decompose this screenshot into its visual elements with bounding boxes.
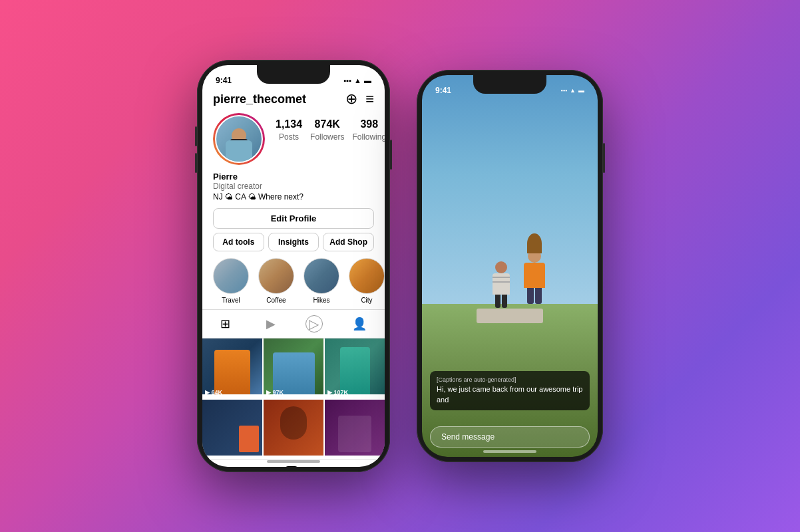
view-count-3: ▶ 107K [327, 389, 348, 396]
highlights-section: Travel Coffee Hikes City Pla... [202, 258, 385, 304]
left-phone: 9:41 ▪▪▪ ▲ ▬ pierre_thecomet ⊕ ≡ [197, 60, 390, 472]
content-tab-bar: ⊞ ▶ ▷ 👤 [202, 309, 385, 338]
platform [477, 309, 543, 323]
grid-item-6[interactable] [325, 400, 385, 460]
tab-tagged-icon[interactable]: 👤 [345, 314, 373, 334]
tab-play-icon[interactable]: ▷ [305, 315, 323, 332]
signal-icon: ▪▪▪ [343, 76, 351, 84]
posts-label: Posts [279, 132, 299, 142]
right-phone: 9:41 ▪▪▪ ▲ ▬ [417, 70, 603, 462]
bio-category: Digital creator [213, 182, 374, 191]
insights-button[interactable]: Insights [268, 233, 319, 251]
bio-name: Pierre [213, 172, 374, 182]
highlight-travel[interactable]: Travel [213, 258, 249, 304]
highlight-city-circle [349, 258, 385, 294]
reel-status-time: 9:41 [435, 86, 451, 95]
reel-battery-icon: ▬ [578, 87, 584, 94]
right-notch [473, 75, 546, 94]
search-nav-icon[interactable]: 🔍 [246, 467, 262, 467]
tab-grid-icon[interactable]: ⊞ [214, 314, 237, 334]
tab-reels-icon[interactable]: ▶ [260, 314, 282, 334]
avatar-ring [213, 113, 265, 165]
grid-item-3[interactable]: ▶ 107K [325, 338, 385, 398]
reel-sky [422, 75, 598, 323]
menu-icon[interactable]: ≡ [365, 90, 374, 108]
posts-stat[interactable]: 1,134 Posts [276, 118, 302, 142]
edit-profile-button[interactable]: Edit Profile [213, 208, 374, 229]
profile-bio: Pierre Digital creator NJ 🌤 CA 🌤 Where n… [202, 172, 385, 208]
status-icons: ▪▪▪ ▲ ▬ [343, 76, 371, 84]
home-indicator [267, 460, 320, 463]
home-nav-icon[interactable]: ⌂ [214, 466, 222, 467]
ad-tools-button[interactable]: Ad tools [213, 233, 264, 251]
power-button[interactable] [390, 140, 392, 170]
add-post-icon[interactable]: ⊕ [345, 90, 357, 108]
person-orange-hoodie [524, 229, 545, 304]
right-phone-screen: 9:41 ▪▪▪ ▲ ▬ [422, 75, 598, 457]
highlight-hikes-circle [303, 258, 339, 294]
reel-wifi-icon: ▲ [570, 87, 576, 94]
person-grey-shirt [493, 261, 510, 308]
add-shop-button[interactable]: Add Shop [323, 233, 374, 251]
stats-section: 1,134 Posts 874K Followers 398 Following [276, 113, 385, 142]
followers-count: 874K [310, 118, 344, 130]
username-label: pierre_thecomet [213, 92, 306, 106]
bio-text: NJ 🌤 CA 🌤 Where next? [213, 192, 374, 201]
avatar [215, 115, 263, 163]
header-icons: ⊕ ≡ [345, 90, 374, 108]
grid-item-5[interactable] [264, 400, 323, 460]
send-message-bar[interactable]: Send message [430, 426, 590, 448]
highlight-hikes[interactable]: Hikes [303, 258, 339, 304]
highlight-travel-label: Travel [222, 297, 240, 304]
reel-signal-icon: ▪▪▪ [561, 87, 568, 94]
profile-buttons: Edit Profile Ad tools Insights Add Shop [202, 208, 385, 251]
send-message-label: Send message [441, 432, 495, 442]
posts-count: 1,134 [276, 118, 302, 130]
highlight-hikes-label: Hikes [313, 297, 329, 304]
followers-stat[interactable]: 874K Followers [310, 118, 344, 142]
right-home-indicator [483, 450, 536, 453]
notch [257, 65, 330, 84]
caption-box: [Captions are auto-generated] Hi, we jus… [430, 371, 590, 410]
grid-item-1[interactable]: ▶ 64K [202, 338, 262, 398]
ig-header: pierre_thecomet ⊕ ≡ [202, 90, 385, 113]
highlight-city[interactable]: City [349, 258, 385, 304]
reels-nav-icon[interactable]: ▶ [284, 466, 299, 467]
followers-label: Followers [310, 132, 344, 142]
action-buttons-row: Ad tools Insights Add Shop [213, 233, 374, 251]
following-label: Following [352, 132, 385, 142]
volume-up-button[interactable] [195, 126, 197, 146]
highlight-city-label: City [361, 297, 372, 304]
following-stat[interactable]: 398 Following [352, 118, 385, 142]
profile-section: 1,134 Posts 874K Followers 398 Following [202, 113, 385, 165]
caption-auto-label: [Captions are auto-generated] [437, 376, 583, 383]
avatar-wrapper[interactable] [213, 113, 265, 165]
highlight-coffee[interactable]: Coffee [258, 258, 294, 304]
left-phone-screen: 9:41 ▪▪▪ ▲ ▬ pierre_thecomet ⊕ ≡ [202, 65, 385, 467]
grid-item-2[interactable]: ▶ 97K [264, 338, 323, 398]
right-phone-power-button[interactable] [603, 143, 605, 173]
following-count: 398 [352, 118, 385, 130]
highlight-coffee-circle [258, 258, 294, 294]
highlight-coffee-label: Coffee [266, 297, 286, 304]
posts-grid: ▶ 64K ▶ 97K ▶ 107K [202, 338, 385, 460]
battery-icon: ▬ [364, 76, 371, 84]
status-time: 9:41 [216, 76, 232, 85]
view-count-1: ▶ 64K [205, 389, 222, 396]
caption-text: Hi, we just came back from our awesome t… [437, 384, 583, 405]
reel-status-icons: ▪▪▪ ▲ ▬ [561, 87, 585, 94]
volume-down-button[interactable] [195, 153, 197, 173]
view-count-2: ▶ 97K [266, 389, 284, 396]
grid-item-4[interactable] [202, 400, 262, 460]
reel-container: 9:41 ▪▪▪ ▲ ▬ [422, 75, 598, 457]
profile-nav-icon[interactable]: 👤 [357, 467, 373, 467]
wifi-icon: ▲ [354, 76, 361, 84]
highlight-travel-circle [213, 258, 249, 294]
